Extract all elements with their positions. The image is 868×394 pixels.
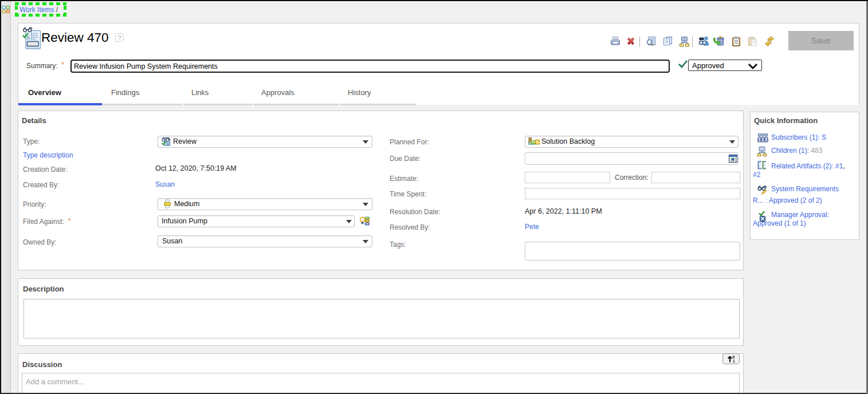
svg-text:1: 1 xyxy=(733,359,735,363)
